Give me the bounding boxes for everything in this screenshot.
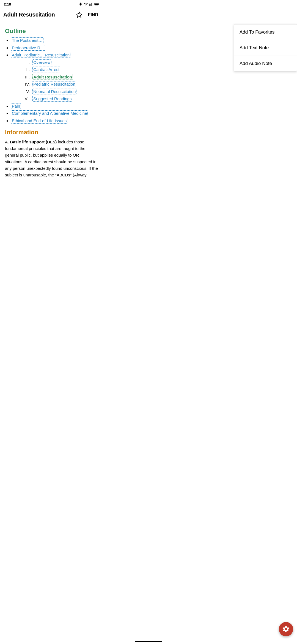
notification-icon xyxy=(79,2,82,6)
outline-list: The Postanest… Perioperative R… Adult, P… xyxy=(5,37,98,124)
info-body-text: includes those fundamental principles th… xyxy=(5,140,98,177)
link-adult-pediatric[interactable]: Adult, Pediatric… Resuscitation xyxy=(11,52,70,58)
list-item: Complementary and Alternative Medicine xyxy=(11,110,98,117)
sub-list-item: IV. Pediatric Resuscitation xyxy=(21,81,98,88)
signal-icon xyxy=(89,2,93,6)
list-item: Pain xyxy=(11,103,98,110)
outline-heading: Outline xyxy=(5,28,98,35)
link-overview[interactable]: Overview xyxy=(32,59,51,65)
link-suggested-readings[interactable]: Suggested Readings xyxy=(32,96,72,102)
sub-list-item-current: III. Adult Resuscitation xyxy=(21,74,98,80)
info-alpha-label: A. xyxy=(5,140,10,144)
svg-marker-3 xyxy=(76,12,82,17)
link-ethical[interactable]: Ethical and End-of-Life Issues xyxy=(11,118,67,124)
status-icons xyxy=(79,2,99,6)
link-neonatal-resuscitation[interactable]: Neonatal Resuscitation xyxy=(32,89,76,94)
link-cardiac-arrest[interactable]: Cardiac Arrest xyxy=(32,67,60,72)
link-pediatric-resuscitation[interactable]: Pediatric Resuscitation xyxy=(32,81,76,87)
link-pain[interactable]: Pain xyxy=(11,103,21,109)
information-body: A. Basic life support (BLS) includes tho… xyxy=(5,139,98,178)
sub-outline-list: I. Overview II. Cardiac Arrest III. Adul… xyxy=(11,59,98,102)
sub-list-item: VI. Suggested Readings xyxy=(21,96,98,102)
info-bold-text: Basic life support (BLS) xyxy=(10,140,57,144)
star-icon xyxy=(76,12,82,18)
list-item: Adult, Pediatric… Resuscitation I. Overv… xyxy=(11,52,98,102)
svg-rect-1 xyxy=(98,4,99,5)
link-complementary[interactable]: Complementary and Alternative Medicine xyxy=(11,110,88,116)
app-bar-title: Adult Resuscitation xyxy=(3,12,74,18)
link-perioperative[interactable]: Perioperative R… xyxy=(11,45,45,51)
wifi-icon xyxy=(84,2,88,6)
main-content: Outline The Postanest… Perioperative R… … xyxy=(0,22,103,184)
list-item: Ethical and End-of-Life Issues xyxy=(11,118,98,124)
status-bar: 2:18 xyxy=(0,0,103,8)
favorite-button[interactable] xyxy=(74,10,84,20)
link-adult-resuscitation[interactable]: Adult Resuscitation xyxy=(32,74,73,80)
sub-list-item: II. Cardiac Arrest xyxy=(21,67,98,73)
status-time: 2:18 xyxy=(4,2,11,6)
find-button[interactable]: FIND xyxy=(86,11,100,18)
sub-list-item: V. Neonatal Resuscitation xyxy=(21,89,98,95)
list-item: The Postanest… xyxy=(11,37,98,44)
app-bar: Adult Resuscitation FIND xyxy=(0,8,103,22)
link-postanest[interactable]: The Postanest… xyxy=(11,37,43,43)
sub-list-item: I. Overview xyxy=(21,59,98,66)
information-heading: Information xyxy=(5,129,98,136)
svg-rect-2 xyxy=(95,3,98,5)
battery-icon xyxy=(94,2,99,6)
list-item: Perioperative R… xyxy=(11,45,98,51)
